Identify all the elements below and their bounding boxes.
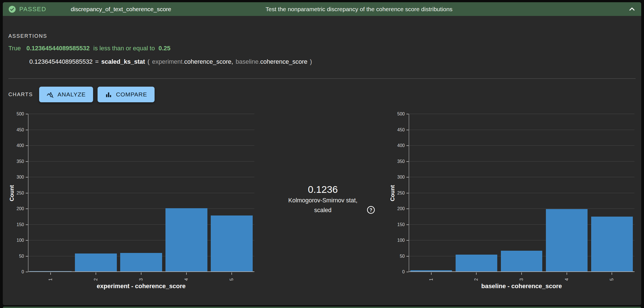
y-tick-label: 50 — [19, 254, 24, 259]
gridline — [409, 114, 634, 114]
ks-stat-value: 0.1236 — [252, 183, 394, 196]
x-axis-line — [409, 271, 634, 272]
status-label: PASSED — [19, 6, 46, 13]
y-tick — [406, 177, 409, 177]
chart-experiment: Count 0501001502002503003504004505001234… — [28, 114, 254, 272]
y-axis-title: Count — [389, 185, 396, 201]
x-tick-label: 5 — [609, 276, 615, 283]
y-tick-label: 200 — [397, 207, 405, 211]
x-tick — [141, 273, 141, 275]
y-tick — [26, 193, 28, 193]
x-tick — [186, 273, 187, 275]
x-tick-label: 4 — [183, 276, 190, 283]
y-tick-label: 300 — [16, 175, 24, 179]
bar-chart-icon — [105, 91, 112, 98]
y-tick — [406, 193, 409, 193]
section-divider — [8, 78, 636, 79]
y-tick-label: 0 — [22, 270, 24, 274]
gridline — [28, 177, 254, 177]
y-tick — [26, 272, 28, 272]
y-tick-label: 400 — [16, 143, 24, 148]
assertion-comparison: is less than or equal to — [93, 45, 155, 52]
x-tick — [96, 273, 96, 275]
compare-button[interactable]: COMPARE — [98, 87, 155, 102]
gridline — [28, 161, 254, 162]
assertion-value: 0.12364544089585532 — [26, 45, 89, 52]
charts-toolbar: CHARTS ANALYZE COMPARE — [8, 87, 159, 102]
gridline — [409, 209, 634, 209]
y-tick — [406, 114, 409, 114]
chevron-up-icon — [628, 5, 636, 13]
next-test-header-peek[interactable] — [3, 307, 641, 308]
test-header[interactable]: PASSED discrepancy_of_text_coherence_sco… — [3, 2, 641, 16]
y-tick-label: 400 — [397, 143, 405, 148]
y-tick-label: 250 — [16, 191, 24, 195]
x-tick — [476, 273, 477, 275]
y-tick — [26, 177, 28, 177]
gridline — [409, 161, 634, 162]
help-button[interactable]: ? — [366, 205, 376, 215]
x-axis-title: baseline - coherence_score — [481, 283, 562, 290]
y-tick-label: 150 — [397, 222, 405, 227]
y-tick-label: 450 — [397, 128, 405, 132]
x-tick-label: 2 — [93, 276, 99, 283]
x-tick — [521, 273, 522, 275]
equation-arg1-field: coherence_score — [184, 58, 231, 65]
y-tick — [406, 256, 409, 257]
assertion-result-line: True0.12364544089585532is less than or e… — [8, 45, 171, 52]
assertion-result: True — [8, 45, 21, 52]
analyze-button[interactable]: ANALYZE — [39, 87, 93, 102]
test-description: Test the nonparametric discrepancy of th… — [266, 6, 453, 13]
y-tick-label: 350 — [16, 159, 24, 164]
assertion-threshold: 0.25 — [158, 45, 171, 52]
help-icon: ? — [367, 206, 375, 214]
x-tick-label: 5 — [229, 276, 235, 283]
y-tick-label: 100 — [16, 238, 24, 243]
y-tick-label: 450 — [16, 128, 24, 132]
x-tick-label: 4 — [564, 276, 570, 283]
chart-baseline: Count 0501001502002503003504004505001234… — [409, 114, 634, 272]
gridline — [409, 177, 634, 177]
histogram-bar — [456, 255, 497, 271]
y-tick-label: 50 — [400, 254, 405, 259]
gridline — [409, 130, 634, 130]
query-stats-icon — [46, 91, 54, 98]
collapse-button[interactable] — [627, 4, 637, 15]
y-tick — [406, 224, 409, 225]
y-tick — [406, 272, 409, 272]
equation-arg2-field: coherence_score — [260, 58, 307, 65]
y-tick — [26, 114, 28, 114]
x-tick-label: 3 — [138, 276, 144, 283]
gridline — [28, 209, 254, 209]
check-circle-icon — [8, 5, 16, 13]
histogram-bar — [410, 270, 452, 271]
gridline — [28, 145, 254, 146]
y-tick-label: 100 — [397, 238, 405, 243]
histogram-bar — [591, 217, 633, 271]
equation-equals: = — [95, 58, 99, 65]
x-tick — [431, 273, 432, 275]
y-tick — [26, 224, 28, 225]
equation-close-paren: ) — [310, 58, 312, 65]
histogram-bar — [211, 215, 252, 271]
test-name: discrepancy_of_text_coherence_score — [71, 6, 171, 13]
x-axis-line — [28, 271, 254, 272]
compare-button-label: COMPARE — [116, 91, 147, 98]
gridline — [28, 130, 254, 130]
x-tick — [567, 273, 567, 275]
gridline — [28, 114, 254, 114]
x-tick-label: 1 — [428, 276, 434, 283]
histogram-bar — [501, 251, 543, 271]
y-tick-label: 150 — [16, 222, 24, 227]
y-axis-line — [28, 114, 29, 272]
y-tick — [26, 240, 28, 241]
y-tick-label: 500 — [16, 112, 24, 116]
y-tick-label: 350 — [397, 159, 405, 164]
y-tick — [26, 256, 28, 257]
y-tick — [406, 145, 409, 146]
x-tick — [50, 273, 51, 275]
test-result-page: PASSED discrepancy_of_text_coherence_sco… — [0, 0, 644, 308]
status-badge: PASSED — [8, 5, 46, 13]
charts-section-label: CHARTS — [8, 91, 33, 98]
y-tick — [26, 209, 28, 209]
